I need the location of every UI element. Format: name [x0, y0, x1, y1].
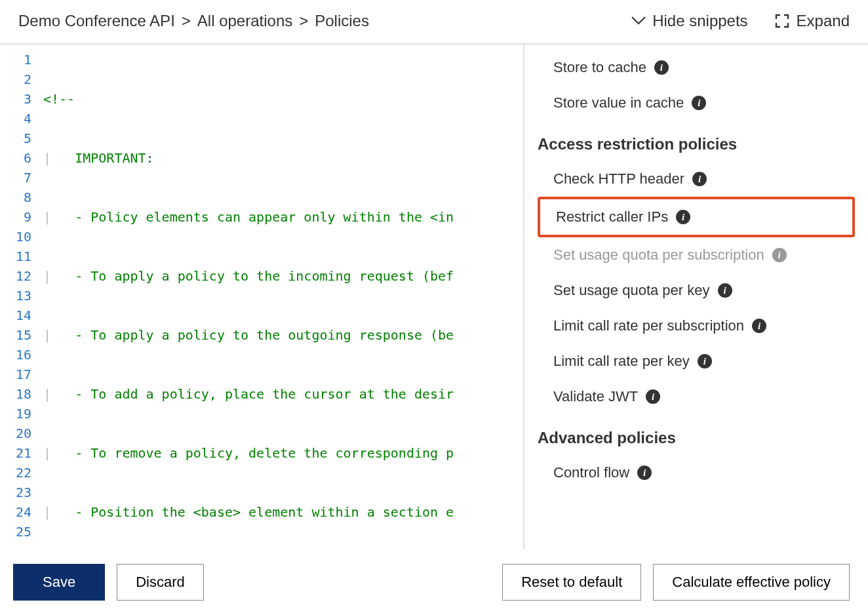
line-number: 5 [0, 129, 31, 148]
line-number: 22 [0, 463, 31, 483]
snippet-item-label: Validate JWT [553, 388, 638, 405]
info-icon[interactable]: i [637, 466, 652, 480]
discard-button[interactable]: Discard [117, 564, 204, 601]
expand-icon [774, 13, 790, 29]
snippet-item[interactable]: Restrict caller IPsi [538, 197, 855, 237]
snippet-item-label: Store to cache [553, 59, 646, 76]
info-icon[interactable]: i [692, 172, 707, 186]
line-number: 7 [0, 168, 31, 188]
line-number: 9 [0, 207, 31, 227]
info-icon[interactable]: i [646, 389, 660, 404]
line-number: 20 [0, 424, 31, 443]
save-button[interactable]: Save [13, 564, 105, 601]
snippet-item[interactable]: Store value in cachei [538, 85, 855, 121]
breadcrumb-separator: > [182, 12, 191, 30]
breadcrumb: Demo Conference API > All operations > P… [18, 12, 369, 30]
snippet-item[interactable]: Check HTTP headeri [538, 161, 855, 197]
line-number: 15 [0, 325, 31, 345]
line-number: 18 [0, 384, 31, 404]
line-number: 23 [0, 483, 31, 502]
snippet-item-label: Store value in cache [553, 94, 684, 111]
info-icon[interactable]: i [718, 283, 732, 298]
line-number: 17 [0, 365, 31, 384]
line-number: 12 [0, 266, 31, 286]
snippet-group-access-restriction: Access restriction policies [538, 121, 855, 161]
info-icon[interactable]: i [692, 96, 706, 110]
line-number: 3 [0, 89, 31, 109]
snippet-item[interactable]: Limit call rate per subscriptioni [538, 308, 855, 344]
line-number-gutter: 1234567891011121314151617181920212223242… [0, 45, 43, 549]
line-number: 6 [0, 148, 31, 168]
breadcrumb-mid[interactable]: All operations [197, 12, 292, 30]
snippet-item: Set usage quota per subscriptioni [538, 237, 855, 273]
info-icon[interactable]: i [752, 319, 766, 333]
breadcrumb-root[interactable]: Demo Conference API [18, 12, 175, 30]
breadcrumb-leaf: Policies [315, 12, 369, 30]
expand-label: Expand [797, 12, 850, 30]
line-number: 13 [0, 286, 31, 306]
line-number: 2 [0, 69, 31, 89]
info-icon[interactable]: i [698, 354, 712, 368]
snippet-item-label: Control flow [553, 464, 629, 481]
snippet-item[interactable]: Store to cachei [538, 50, 855, 85]
calculate-effective-policy-button[interactable]: Calculate effective policy [653, 564, 850, 601]
hide-snippets-button[interactable]: Hide snippets [631, 12, 747, 30]
breadcrumb-separator: > [299, 12, 308, 30]
snippet-item[interactable]: Limit call rate per keyi [538, 344, 855, 379]
info-icon[interactable]: i [654, 60, 669, 75]
snippet-item[interactable]: Control flowi [538, 455, 855, 490]
hide-snippets-label: Hide snippets [652, 12, 747, 30]
line-number: 4 [0, 109, 31, 129]
line-number: 16 [0, 345, 31, 365]
snippet-item-label: Set usage quota per key [553, 282, 710, 299]
expand-button[interactable]: Expand [774, 12, 850, 30]
line-number: 10 [0, 227, 31, 247]
snippet-item-label: Set usage quota per subscription [553, 247, 764, 264]
line-number: 21 [0, 443, 31, 463]
snippets-panel: Store to cacheiStore value in cachei Acc… [524, 45, 868, 549]
line-number: 24 [0, 502, 31, 522]
snippet-item-label: Restrict caller IPs [556, 208, 668, 226]
line-number: 11 [0, 247, 31, 266]
snippet-item-label: Check HTTP header [553, 170, 684, 188]
policy-xml-editor[interactable]: 1234567891011121314151617181920212223242… [0, 45, 524, 549]
snippet-item-label: Limit call rate per subscription [553, 317, 744, 334]
line-number: 25 [0, 522, 31, 542]
line-number: 1 [0, 50, 31, 69]
snippet-item[interactable]: Set usage quota per keyi [538, 273, 855, 308]
code-area[interactable]: <!-- | IMPORTANT: | - Policy elements ca… [43, 45, 523, 549]
line-number: 8 [0, 188, 31, 207]
reset-to-default-button[interactable]: Reset to default [502, 564, 641, 601]
line-number: 14 [0, 306, 31, 325]
snippet-group-advanced: Advanced policies [538, 414, 855, 455]
snippet-item-label: Limit call rate per key [553, 353, 690, 370]
collapse-icon [631, 16, 646, 26]
info-icon[interactable]: i [772, 248, 787, 262]
info-icon[interactable]: i [676, 210, 690, 224]
line-number: 19 [0, 404, 31, 424]
snippet-item[interactable]: Validate JWTi [538, 379, 855, 414]
